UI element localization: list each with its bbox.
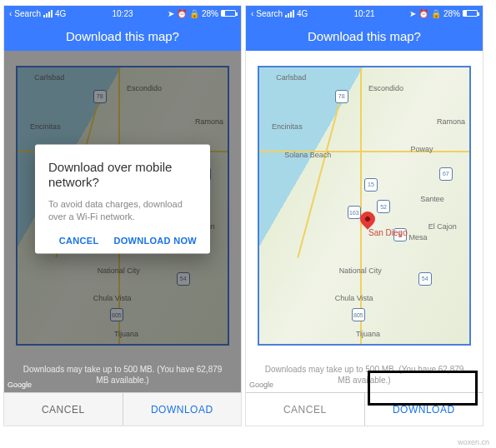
map-canvas[interactable]: Carlsbad Escondido Encinitas Solana Beac… (259, 67, 469, 344)
download-size-note: Downloads may take up to 500 MB. (You ha… (246, 364, 483, 386)
pin-label: San Diego (368, 228, 408, 237)
city-label: Escondido (368, 84, 403, 92)
status-bar: ‹ Search 4G 10:21 ➤ ⏰ 🔒 28% (246, 6, 483, 21)
location-icon: ➤ (168, 9, 174, 18)
city-label: El Cajon (428, 222, 457, 231)
route-shield: 54 (418, 272, 432, 286)
signal-icon (285, 10, 294, 17)
route-shield: 805 (352, 308, 365, 321)
back-caret-icon: ‹ (251, 9, 253, 18)
back-caret-icon: ‹ (9, 9, 12, 18)
battery-pct: 28% (202, 9, 218, 18)
dialog-download-now-button[interactable]: DOWNLOAD NOW (113, 235, 197, 245)
route-shield: 15 (364, 178, 378, 192)
mobile-network-dialog: Download over mobile network? To avoid d… (35, 144, 210, 253)
route-shield: 163 (348, 206, 361, 219)
lock-icon: 🔒 (431, 9, 441, 18)
bottom-bar: CANCEL DOWNLOAD (246, 392, 483, 426)
page-title: Download this map? (4, 21, 241, 51)
signal-icon (43, 10, 53, 17)
network-label: 4G (55, 9, 66, 18)
alarm-icon: ⏰ (177, 9, 187, 18)
route-shield: 52 (377, 200, 390, 213)
clock: 10:21 (353, 9, 374, 18)
download-button[interactable]: DOWNLOAD (123, 393, 242, 426)
status-bar: ‹ Search 4G 10:23 ➤ ⏰ 🔒 28% (4, 6, 241, 21)
lock-icon: 🔒 (189, 9, 199, 18)
alarm-icon: ⏰ (418, 9, 428, 18)
cancel-button[interactable]: CANCEL (246, 393, 365, 426)
battery-pct: 28% (443, 9, 460, 18)
bottom-bar: CANCEL DOWNLOAD (4, 392, 241, 426)
watermark: woxen.cn (458, 438, 489, 446)
phone-left: ‹ Search 4G 10:23 ➤ ⏰ 🔒 28% Download thi… (3, 5, 242, 426)
city-label: Ramona (437, 117, 465, 126)
clock: 10:23 (112, 9, 133, 18)
phone-right: ‹ Search 4G 10:21 ➤ ⏰ 🔒 28% Download thi… (245, 5, 483, 426)
dialog-cancel-button[interactable]: CANCEL (59, 235, 99, 245)
city-label: Santee (420, 195, 444, 203)
route-shield: 78 (335, 90, 348, 103)
download-button[interactable]: DOWNLOAD (365, 393, 483, 426)
city-label: Solana Beach (284, 151, 331, 159)
back-label[interactable]: Search (256, 9, 283, 18)
map-container: Carlsbad Escondido Encinitas Solana Beac… (246, 51, 483, 392)
route-shield: 67 (439, 167, 453, 181)
map-selection-frame[interactable]: Carlsbad Escondido Encinitas Solana Beac… (258, 66, 471, 346)
city-label: Encinitas (272, 122, 303, 131)
dialog-title: Download over mobile network? (48, 159, 197, 189)
city-label: National City (339, 266, 382, 275)
dialog-body: To avoid data charges, download over a W… (48, 197, 197, 223)
page-title: Download this map? (246, 21, 483, 51)
city-label: Chula Vista (335, 294, 373, 302)
city-label: Tijuana (356, 330, 380, 338)
location-icon: ➤ (409, 9, 416, 18)
city-label: Poway (410, 145, 433, 153)
network-label: 4G (297, 9, 308, 18)
city-label: Carlsbad (276, 73, 306, 82)
battery-icon (463, 10, 478, 17)
back-label[interactable]: Search (14, 9, 41, 18)
download-size-note: Downloads may take up to 500 MB. (You ha… (4, 364, 241, 386)
cancel-button[interactable]: CANCEL (4, 393, 123, 426)
battery-icon (221, 10, 236, 17)
